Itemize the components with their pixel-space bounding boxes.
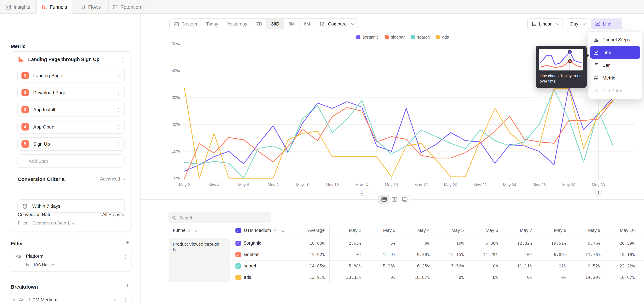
row-checkbox-ads[interactable]: ✓ (236, 275, 241, 280)
column-header-may-2: May 2 (324, 226, 361, 236)
chevron-down-icon (122, 213, 126, 216)
breakdown-card[interactable]: ≡ Aa UTM Medium × ⋮ (10, 293, 132, 302)
legend-item-search[interactable]: search (411, 35, 430, 40)
table-cell: 6.06% (530, 249, 566, 260)
layout-split-horizontal-icon[interactable] (379, 195, 389, 204)
add-step-button[interactable]: + Add Step (18, 154, 125, 168)
step-kebab-icon[interactable]: ⋮ (116, 73, 121, 78)
funnel-step-1[interactable]: 1Landing Page⋮ (18, 69, 125, 82)
add-filter-button[interactable]: + (126, 239, 130, 246)
conversion-window-label: Within 7 days (32, 203, 60, 209)
menu-item-label: Top Paths (602, 88, 623, 93)
remove-breakdown-icon[interactable]: × (113, 297, 116, 302)
metric-card: Landing Page through Sign Up ⋮ 1Landing … (10, 51, 132, 232)
compare-button[interactable]: Compare (324, 18, 358, 29)
svg-text:1: 1 (597, 190, 600, 194)
filter-kebab-icon[interactable]: ⋮ (123, 254, 128, 260)
series-line-sidebar (184, 100, 613, 178)
date-range-today[interactable]: Today (202, 19, 223, 29)
date-range-3m[interactable]: 3M (284, 19, 300, 29)
drag-handle-icon[interactable]: ≡ (13, 297, 16, 302)
chevron-down-icon (582, 22, 586, 25)
chart-type-dropdown[interactable]: Line (591, 18, 622, 29)
date-range-label: 3M (288, 21, 295, 26)
table-cell: 12.9% (358, 249, 396, 260)
funnel-step-3[interactable]: 3App Install⋮ (18, 103, 125, 116)
compare-label: Compare (328, 21, 347, 26)
svg-text:May 24: May 24 (503, 182, 516, 187)
table-cell: 8% (393, 238, 430, 249)
table-cell: 5.26% (358, 260, 396, 272)
top-tab-bar: Insights Funnels Flows Retention (0, 0, 644, 14)
filter-segment-dropdown[interactable]: Filter + Segment on Step 1 (18, 220, 74, 226)
tab-funnels[interactable]: Funnels (36, 0, 72, 14)
breakdown-column-dropdown[interactable]: ✓ UTM Medium 4 (236, 226, 284, 236)
row-checkbox-organic[interactable]: ✓ (236, 240, 241, 246)
series-line-search (184, 90, 613, 178)
legend-item-ads[interactable]: ads (436, 35, 449, 40)
table-cell: 0% (461, 260, 498, 272)
table-cell: 16.03% (288, 238, 325, 249)
advanced-dropdown[interactable]: Advanced (100, 176, 124, 182)
funnel-step-2[interactable]: 2Download Page⋮ (18, 86, 125, 99)
bar-icon (593, 62, 599, 68)
add-breakdown-button[interactable]: + (126, 282, 130, 290)
tab-insights[interactable]: Insights (0, 0, 36, 14)
conversion-rate-label: Conversion Rate (18, 212, 52, 217)
funnel-column-dropdown[interactable]: Funnel 1 (173, 226, 196, 236)
string-type-icon: Aa (19, 297, 24, 302)
legend-label: $organic (362, 35, 378, 40)
svg-text:May 14: May 14 (355, 182, 368, 187)
legend-item-sidebar[interactable]: sidebar (384, 35, 405, 40)
menu-item-line[interactable]: Line (590, 46, 640, 59)
step-kebab-icon[interactable]: ⋮ (116, 107, 121, 112)
row-label: sidebar (244, 249, 259, 260)
date-range-7d[interactable]: 7D (252, 19, 267, 29)
step-kebab-icon[interactable]: ⋮ (116, 141, 121, 147)
breakdown-kebab-icon[interactable]: ⋮ (123, 297, 128, 302)
menu-item-metric[interactable]: Metric (590, 72, 640, 84)
row-checkbox-sidebar[interactable]: ✓ (236, 252, 241, 257)
table-cell: 0% (495, 272, 532, 283)
row-checkbox-search[interactable]: ✓ (236, 264, 241, 269)
date-range-6m[interactable]: 6M (300, 19, 315, 29)
table-cell: 9.52% (564, 260, 600, 272)
clock-icon (22, 203, 28, 209)
all-steps-dropdown[interactable]: All Steps (102, 212, 124, 217)
column-header-may-4: May 4 (393, 226, 430, 236)
table-cell: 33.33% (324, 272, 361, 283)
date-range-yesterday[interactable]: Yesterday (223, 19, 252, 29)
chevron-down-icon (194, 228, 197, 232)
funnel-step-5[interactable]: 5Sign Up⋮ (18, 137, 125, 151)
svg-text:May 28: May 28 (562, 182, 576, 187)
step-number-badge: 5 (22, 140, 29, 148)
search-icon (172, 216, 176, 220)
funnel-cell[interactable]: Product Viewed through P... (169, 238, 230, 282)
breakdown-select-all-checkbox[interactable]: ✓ (236, 228, 241, 233)
legend-label: ads (442, 35, 449, 40)
search-input[interactable] (179, 215, 263, 220)
conversion-window-card[interactable]: Within 7 days (18, 199, 125, 213)
filter-card[interactable]: Aa Platform ⋮ Is iOS Native (10, 250, 132, 272)
scale-dropdown[interactable]: Linear (527, 18, 563, 29)
step-label: Landing Page (33, 73, 62, 78)
tab-flows[interactable]: Flows (72, 0, 109, 14)
menu-item-funnel-steps[interactable]: Funnel Steps (590, 33, 640, 46)
date-range-30d[interactable]: 30D (267, 19, 284, 29)
funnel-title-row[interactable]: Landing Page through Sign Up (18, 56, 100, 62)
svg-text:10%: 10% (172, 149, 180, 154)
column-header-may-7: May 7 (495, 226, 532, 236)
date-range-custom[interactable]: Custom (170, 19, 202, 29)
layout-split-vertical-icon[interactable] (389, 195, 400, 204)
funnel-step-4[interactable]: 4App Open⋮ (18, 120, 125, 134)
step-kebab-icon[interactable]: ⋮ (116, 90, 121, 95)
funnel-kebab-icon[interactable]: ⋮ (120, 57, 125, 62)
step-kebab-icon[interactable]: ⋮ (116, 124, 121, 130)
layout-bottom-icon[interactable] (400, 195, 410, 204)
tab-retention[interactable]: Retention (109, 0, 145, 14)
granularity-dropdown[interactable]: Day (566, 18, 589, 29)
legend-item-organic[interactable]: $organic (356, 35, 378, 40)
menu-item-bar[interactable]: Bar (590, 59, 640, 72)
series-line-organic (184, 87, 613, 171)
svg-text:May 26: May 26 (533, 182, 546, 187)
